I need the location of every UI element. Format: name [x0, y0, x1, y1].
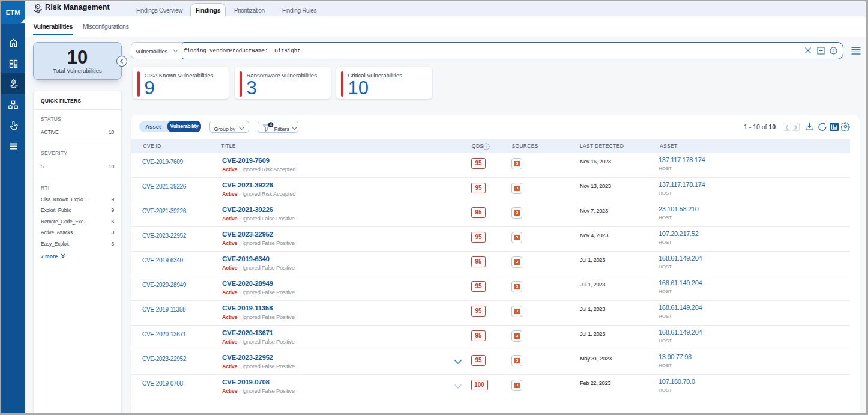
svg-text:?: ?	[832, 48, 835, 53]
svg-text:4: 4	[269, 122, 271, 127]
